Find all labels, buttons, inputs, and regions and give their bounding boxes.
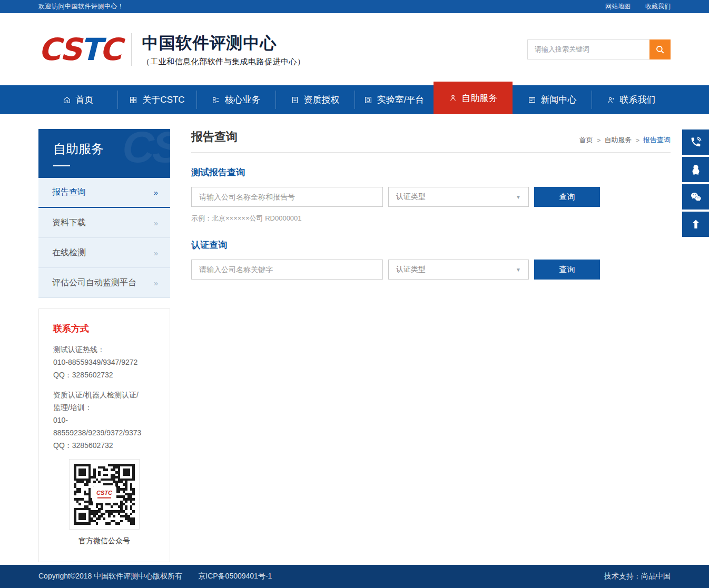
sidebar-item-downloads[interactable]: 资料下载 » [38,208,170,238]
sitemap-link[interactable]: 网站地图 [605,2,631,11]
contact-person-icon [607,96,615,104]
sidebar-item-label: 资料下载 [52,217,86,228]
search-button[interactable] [649,39,671,59]
wechat-button[interactable] [682,184,709,210]
cert-type-select[interactable]: 认证类型 ▼ [388,187,529,207]
page-title: 报告查询 [191,129,238,145]
logo-red-part2: C [100,32,121,67]
logo-divider [131,33,132,66]
breadcrumb-home[interactable]: 首页 [579,135,593,145]
section-title-certification: 认证查询 [191,239,671,251]
cstc-logo[interactable]: CSTC [38,34,131,65]
chevron-down-icon: ▼ [516,194,521,200]
company-keyword-input[interactable] [191,260,383,280]
nav-item-home[interactable]: 首页 [38,85,117,114]
copyright-text: Copyright©2018 中国软件评测中心版权所有 [38,572,182,581]
contact-phone: 010-88559349/9347/9272 [53,356,155,368]
site-title: 中国软件评测中心 [142,32,306,54]
qr-logo-text: CSTC [96,490,112,496]
contact-line: 测试认证热线： [53,343,155,356]
sidebar-item-monitor-platform[interactable]: 评估公司自动监测平台 » [38,268,170,298]
test-report-query-row: 认证类型 ▼ 查询 [191,187,671,207]
breadcrumb-separator: > [597,136,601,144]
contact-line: 资质认证/机器人检测认证/ [53,388,155,401]
sidebar-header: CS 自助服务 [38,129,170,178]
nav-label: 资质授权 [304,94,340,106]
search-box [527,39,671,59]
tech-support-text: 技术支持：尚品中国 [604,572,671,581]
nav-item-news[interactable]: 新闻中心 [513,85,592,114]
nav-item-contact[interactable]: 联系我们 [592,85,671,114]
sidebar-item-report-query[interactable]: 报告查询 » [38,178,170,208]
breadcrumb-parent[interactable]: 自助服务 [604,135,632,145]
footer: Copyright©2018 中国软件评测中心版权所有 京ICP备0500940… [0,565,709,588]
select-value: 认证类型 [396,265,426,274]
certification-query-row: 认证类型 ▼ 查询 [191,260,671,280]
contact-group-qualification: 资质认证/机器人检测认证/ 监理/培训： 010-88559238/9239/9… [53,388,155,452]
sidebar-title-underline [53,165,70,166]
header: CSTC 中国软件评测中心 （工业和信息化部软件与集成电路促进中心） [0,13,709,85]
logo-red-part: CS [38,32,80,67]
nav-item-laboratory[interactable]: 实验室/平台 [354,85,434,114]
contact-qq: QQ：3285602732 [53,368,155,381]
sidebar-menu: 报告查询 » 资料下载 » 在线检测 » 评估公司自动监测平台 » [38,178,170,298]
nav-item-qualification[interactable]: 资质授权 [275,85,354,114]
qr-center-logo: CSTC [93,486,115,502]
nav-label: 关于CSTC [142,94,184,106]
topbar-links: 网站地图 收藏我们 [605,2,671,11]
cert-type-select-2[interactable]: 认证类型 ▼ [388,260,529,280]
nav-label: 新闻中心 [541,94,577,106]
search-input[interactable] [527,39,649,59]
back-to-top-button[interactable] [682,212,709,237]
breadcrumb-current: 报告查询 [643,135,671,145]
section-title-test-report: 测试报告查询 [191,166,671,178]
example-hint: 示例：北京××××××公司 RD0000001 [191,214,671,223]
nav-item-core-business[interactable]: 核心业务 [196,85,275,114]
main-panel: 报告查询 首页 > 自助服务 > 报告查询 测试报告查询 认证类型 ▼ 查询 示… [191,129,671,280]
select-value: 认证类型 [396,192,426,202]
double-chevron-icon: » [154,278,156,287]
sidebar-title: 自助服务 [53,141,155,157]
company-name-report-input[interactable] [191,187,383,207]
phone-button[interactable] [682,129,709,155]
contact-card: 联系方式 测试认证热线： 010-88559349/9347/9272 QQ：3… [38,308,170,562]
breadcrumb-separator: > [635,136,639,144]
arrow-up-icon [690,218,702,231]
certification-query-button[interactable]: 查询 [534,260,600,280]
test-report-query-button[interactable]: 查询 [534,187,600,207]
page: 欢迎访问中国软件评测中心！ 网站地图 收藏我们 CSTC 中国软件评测中心 （工… [0,0,709,588]
welcome-text: 欢迎访问中国软件评测中心！ [38,2,124,11]
topbar: 欢迎访问中国软件评测中心！ 网站地图 收藏我们 [0,0,709,13]
logo-blue-part: T [80,32,100,67]
sidebar-item-label: 评估公司自动监测平台 [52,277,136,288]
main-nav: 首页 关于CSTC 核心业务 资质授权 实验室/平台 自助服务 [0,85,709,114]
double-chevron-icon: » [154,248,156,257]
nav-label: 联系我们 [620,94,656,106]
search-icon [655,45,665,54]
content-area: CS 自助服务 报告查询 » 资料下载 » 在线检测 » 评估公司自动监 [0,114,709,565]
contact-phone: 010-88559238/9239/9372/9373 [53,414,155,439]
site-title-block: 中国软件评测中心 （工业和信息化部软件与集成电路促进中心） [142,32,306,67]
person-icon [449,94,457,102]
nav-label: 自助服务 [462,92,498,104]
double-chevron-icon: » [154,218,156,227]
favorite-link[interactable]: 收藏我们 [645,2,671,11]
contact-line: 监理/培训： [53,401,155,414]
qr-caption: 官方微信公众号 [53,536,155,546]
contact-group-testing: 测试认证热线： 010-88559349/9347/9272 QQ：328560… [53,343,155,381]
contact-title: 联系方式 [53,323,155,335]
nav-item-about[interactable]: 关于CSTC [117,85,196,114]
sidebar-item-label: 报告查询 [52,187,86,198]
wechat-qr-code: CSTC [69,459,140,530]
wechat-icon [690,191,702,203]
nav-item-self-service[interactable]: 自助服务 [434,82,513,114]
nav-label: 核心业务 [225,94,261,106]
qq-icon [690,163,702,176]
sidebar-item-online-testing[interactable]: 在线检测 » [38,238,170,268]
qr-logo-bar [97,497,111,499]
news-icon [528,96,536,104]
main-header: 报告查询 首页 > 自助服务 > 报告查询 [191,129,671,153]
qq-button[interactable] [682,157,709,182]
breadcrumb: 首页 > 自助服务 > 报告查询 [579,135,671,145]
site-subtitle: （工业和信息化部软件与集成电路促进中心） [142,57,306,67]
